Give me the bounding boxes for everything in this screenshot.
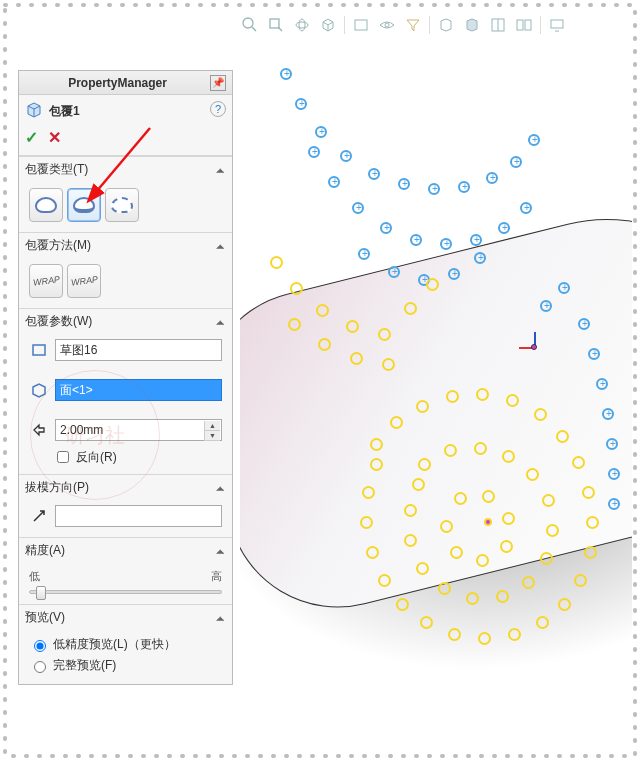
wrap-method-spline[interactable]: WRAP bbox=[67, 264, 101, 298]
direction-field[interactable] bbox=[55, 505, 222, 527]
sketch-origin bbox=[484, 518, 492, 526]
section-accuracy-label: 精度(A) bbox=[25, 542, 65, 559]
section-wrap-method: 包覆方法(M) ⏶ bbox=[19, 232, 232, 260]
zoom-area-icon[interactable] bbox=[266, 15, 286, 35]
triad-origin bbox=[525, 338, 543, 356]
pane-icon[interactable] bbox=[488, 15, 508, 35]
collapse-wrap-type[interactable]: ⏶ bbox=[215, 164, 226, 176]
graphics-viewport[interactable] bbox=[240, 38, 632, 753]
preview-low-label: 低精度预览(L)（更快） bbox=[53, 636, 176, 653]
preview-full-radio[interactable] bbox=[34, 661, 46, 673]
section-preview-label: 预览(V) bbox=[25, 609, 65, 626]
sketch-field[interactable]: 草图16 bbox=[55, 339, 222, 361]
view-toolbar bbox=[240, 12, 630, 38]
preview-low-radio[interactable] bbox=[34, 640, 46, 652]
property-manager-panel: PropertyManager 📌 包覆1 ? ✓ ✕ 包覆类型(T) ⏶ 包覆… bbox=[18, 70, 233, 685]
section-accuracy: 精度(A) ⏶ bbox=[19, 537, 232, 565]
section-draft-dir: 拔模方向(P) ⏶ bbox=[19, 474, 232, 502]
pm-title: PropertyManager bbox=[25, 76, 210, 90]
svg-rect-10 bbox=[517, 20, 523, 30]
wrap-type-deboss[interactable] bbox=[67, 188, 101, 222]
preview-full-label: 完整预览(F) bbox=[53, 657, 116, 674]
accuracy-slider-thumb[interactable] bbox=[36, 586, 46, 600]
wrap-type-scribe[interactable] bbox=[105, 188, 139, 222]
rotate-icon[interactable] bbox=[292, 15, 312, 35]
svg-rect-14 bbox=[33, 345, 45, 355]
accuracy-high-label: 高 bbox=[211, 569, 222, 584]
svg-rect-2 bbox=[270, 19, 279, 28]
svg-rect-11 bbox=[525, 20, 531, 30]
thickness-up[interactable]: ▲ bbox=[204, 421, 220, 431]
pm-header: PropertyManager 📌 bbox=[19, 71, 232, 95]
section-draft-dir-label: 拔模方向(P) bbox=[25, 479, 89, 496]
collapse-preview[interactable]: ⏶ bbox=[215, 612, 226, 624]
svg-line-1 bbox=[252, 27, 256, 31]
collapse-wrap-params[interactable]: ⏶ bbox=[215, 316, 226, 328]
accept-button[interactable]: ✓ bbox=[25, 128, 38, 147]
zoom-fit-icon[interactable] bbox=[240, 15, 260, 35]
face-field[interactable]: 面<1> bbox=[55, 379, 222, 401]
thickness-down[interactable]: ▼ bbox=[204, 431, 220, 441]
collapse-accuracy[interactable]: ⏶ bbox=[215, 545, 226, 557]
thickness-value: 2.00mm bbox=[60, 423, 103, 437]
reverse-checkbox[interactable] bbox=[57, 451, 69, 463]
view-cube-icon[interactable] bbox=[318, 15, 338, 35]
feature-name: 包覆1 bbox=[49, 103, 80, 120]
section-wrap-params-label: 包覆参数(W) bbox=[25, 313, 92, 330]
accuracy-slider[interactable] bbox=[29, 590, 222, 594]
hide-show-icon[interactable] bbox=[377, 15, 397, 35]
direction-icon bbox=[29, 506, 49, 526]
face-select-icon bbox=[29, 380, 49, 400]
wrap-method-analytical[interactable]: WRAP bbox=[29, 264, 63, 298]
panes2-icon[interactable] bbox=[514, 15, 534, 35]
svg-point-0 bbox=[243, 18, 253, 28]
pin-button[interactable]: 📌 bbox=[210, 75, 226, 91]
svg-point-4 bbox=[296, 22, 308, 28]
preview-low-radio-row: 低精度预览(L)（更快） bbox=[29, 636, 222, 653]
accuracy-low-label: 低 bbox=[29, 569, 40, 584]
section-wrap-type: 包覆类型(T) ⏶ bbox=[19, 156, 232, 184]
svg-rect-12 bbox=[551, 20, 563, 28]
collapse-draft-dir[interactable]: ⏶ bbox=[215, 482, 226, 494]
preview-full-radio-row: 完整预览(F) bbox=[29, 657, 222, 674]
svg-point-7 bbox=[385, 23, 389, 27]
monitor-icon[interactable] bbox=[547, 15, 567, 35]
section-wrap-params: 包覆参数(W) ⏶ bbox=[19, 308, 232, 336]
display-style-icon[interactable] bbox=[351, 15, 371, 35]
thickness-spinner[interactable]: 2.00mm ▲▼ bbox=[55, 419, 222, 441]
reverse-label: 反向(R) bbox=[76, 449, 117, 466]
applied-icon[interactable] bbox=[462, 15, 482, 35]
section-icon[interactable] bbox=[436, 15, 456, 35]
help-button[interactable]: ? bbox=[210, 101, 226, 117]
collapse-wrap-method[interactable]: ⏶ bbox=[215, 240, 226, 252]
svg-line-3 bbox=[278, 27, 282, 31]
section-wrap-type-label: 包覆类型(T) bbox=[25, 161, 88, 178]
section-preview: 预览(V) ⏶ bbox=[19, 604, 232, 632]
wrap-type-emboss[interactable] bbox=[29, 188, 63, 222]
sketch-select-icon bbox=[29, 340, 49, 360]
selection-filter-icon[interactable] bbox=[403, 15, 423, 35]
svg-rect-6 bbox=[355, 20, 367, 30]
cancel-button[interactable]: ✕ bbox=[48, 128, 61, 147]
section-wrap-method-label: 包覆方法(M) bbox=[25, 237, 91, 254]
svg-point-5 bbox=[299, 19, 305, 31]
feature-icon bbox=[25, 101, 43, 122]
thickness-icon bbox=[29, 420, 49, 440]
